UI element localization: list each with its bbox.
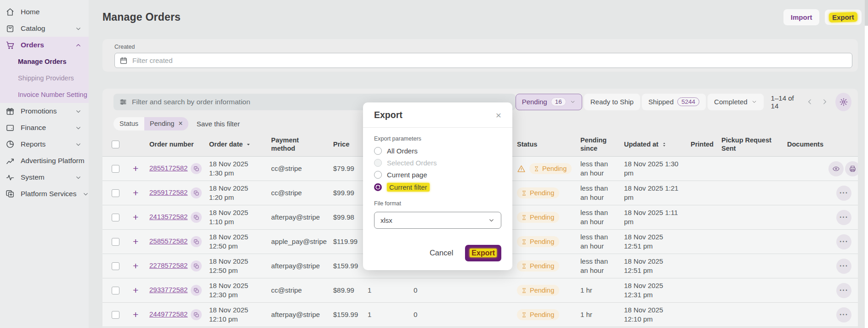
modal-export-button-highlight: Export [470, 249, 497, 257]
ellipsis-icon: ··· [840, 213, 848, 221]
row-checkbox[interactable] [112, 214, 119, 221]
sort-desc-icon[interactable] [246, 142, 251, 147]
expand-row-button[interactable]: + [133, 309, 138, 320]
sidebar-item-home[interactable]: Home [0, 4, 89, 20]
row-checkbox[interactable] [112, 165, 119, 173]
sidebar-subitem-invoice-number-setting[interactable]: Invoice Number Setting [0, 86, 89, 103]
row-checkbox[interactable] [112, 311, 119, 319]
scrollbar-track[interactable] [865, 0, 868, 328]
chevron-down-icon [488, 217, 495, 224]
close-icon[interactable]: × [496, 110, 501, 120]
pagination-prev-icon[interactable] [806, 98, 814, 106]
export-option-all-orders[interactable]: All Orders [374, 147, 501, 155]
row-menu-button[interactable]: ··· [836, 283, 851, 298]
cell-checkbox [102, 262, 125, 270]
modal-export-button[interactable]: Export [465, 245, 501, 261]
row-checkbox[interactable] [112, 262, 119, 270]
save-filter-link[interactable]: Save this filter [197, 120, 240, 128]
sidebar-item-promotions[interactable]: Promotions [0, 103, 89, 119]
expand-row-button[interactable]: + [133, 163, 138, 174]
sidebar-item-system[interactable]: System [0, 169, 89, 186]
copy-order-icon[interactable] [191, 212, 202, 223]
chevron-down-icon [751, 99, 757, 105]
row-menu-button[interactable]: ··· [836, 307, 851, 322]
import-button[interactable]: Import [783, 9, 820, 25]
order-number-link[interactable]: 2933772582 [149, 286, 187, 294]
export-option-selected-orders: Selected Orders [374, 159, 501, 167]
created-date-input[interactable] [114, 53, 852, 68]
printer-icon[interactable] [845, 161, 858, 176]
copy-order-icon[interactable] [191, 187, 202, 198]
cancel-button[interactable]: Cancel [430, 249, 453, 257]
eye-icon[interactable] [828, 161, 844, 176]
order-number-link[interactable]: 2413572582 [149, 213, 187, 221]
radio-unselected-icon[interactable] [374, 171, 382, 179]
select-all-checkbox[interactable] [112, 141, 119, 148]
copy-order-icon[interactable] [191, 163, 202, 174]
pagination-next-icon[interactable] [821, 98, 828, 106]
column-header-label: Payment method [271, 136, 322, 153]
export-button[interactable]: Export [825, 10, 862, 25]
order-number-link[interactable]: 2449772582 [149, 310, 187, 318]
calendar-icon [119, 57, 128, 65]
sidebar-item-finance[interactable]: Finance [0, 119, 89, 136]
cell-actions: ··· [824, 283, 858, 298]
expand-row-button[interactable]: + [133, 260, 138, 271]
copy-order-icon[interactable] [191, 236, 202, 247]
export-modal: Export × Export parameters All OrdersSel… [363, 102, 512, 270]
order-number-link[interactable]: 2959172582 [149, 188, 187, 196]
row-checkbox[interactable] [112, 287, 119, 294]
expand-row-button[interactable]: + [133, 285, 138, 295]
cell-actions: ··· [824, 210, 858, 225]
export-option-current-page[interactable]: Current page [374, 171, 501, 179]
cell-updated-at: 18 Nov 2025 1:21 pm [619, 184, 686, 203]
row-menu-button[interactable]: ··· [836, 210, 851, 225]
row-checkbox[interactable] [112, 238, 119, 246]
sort-both-icon[interactable] [662, 142, 667, 147]
cell-checkbox [102, 311, 125, 319]
copy-order-icon[interactable] [191, 260, 202, 271]
created-date-field[interactable] [132, 57, 847, 64]
order-number-link[interactable]: 2278572582 [149, 261, 187, 269]
created-filter-panel: Created [102, 39, 858, 72]
expand-row-button[interactable]: + [133, 236, 138, 247]
tab-ready-to-ship[interactable]: Ready to Ship [584, 94, 640, 110]
order-number-link[interactable]: 2855172582 [149, 164, 187, 172]
ellipsis-icon: ··· [840, 238, 848, 246]
file-format-select[interactable]: xlsx [374, 212, 501, 229]
sidebar-item-platform-services[interactable]: Platform Services [0, 186, 89, 202]
column-header-label: Pickup Request Sent [721, 136, 772, 153]
row-checkbox[interactable] [112, 189, 119, 197]
cell-status: Pending [512, 187, 576, 198]
copy-order-icon[interactable] [191, 309, 202, 320]
cell-pending-since: 1 hr [576, 310, 619, 319]
sidebar-item-orders[interactable]: Orders [0, 37, 89, 53]
sidebar-item-advertising-platform[interactable]: Advertising Platform [0, 153, 89, 169]
remove-filter-icon[interactable]: × [178, 120, 182, 127]
gear-icon[interactable] [835, 93, 851, 111]
radio-unselected-icon[interactable] [374, 147, 382, 155]
export-option-current-filter[interactable]: Current filter [374, 183, 501, 192]
radio-selected-icon[interactable] [374, 183, 382, 191]
column-header-price: Price [329, 140, 363, 148]
header-actions: Import Export [783, 9, 862, 25]
copy-order-icon[interactable] [191, 285, 202, 296]
sidebar-item-catalog[interactable]: Catalog [0, 20, 89, 37]
expand-row-button[interactable]: + [133, 212, 138, 222]
row-menu-button[interactable]: ··· [836, 259, 851, 274]
column-header-printed: Printed [686, 140, 717, 148]
sidebar-item-reports[interactable]: Reports [0, 136, 89, 153]
expand-row-button[interactable]: + [133, 187, 138, 198]
order-number-link[interactable]: 2585572582 [149, 237, 187, 245]
tab-shipped[interactable]: Shipped5244 [642, 94, 706, 110]
sidebar-subitem-manage-orders[interactable]: Manage Orders [0, 53, 89, 70]
scrollbar-thumb[interactable] [865, 0, 868, 26]
row-menu-button[interactable]: ··· [836, 234, 851, 249]
cell-payment-method: cc@stripe [267, 286, 329, 295]
column-header-label: Order number [149, 140, 194, 148]
sidebar-subitem-shipping-providers[interactable]: Shipping Providers [0, 70, 89, 86]
tab-completed[interactable]: Completed [708, 94, 764, 110]
cell-order-date: 18 Nov 2025 1:30 pm [204, 159, 267, 178]
row-menu-button[interactable]: ··· [836, 186, 851, 201]
tab-pending[interactable]: Pending16 [516, 94, 582, 110]
